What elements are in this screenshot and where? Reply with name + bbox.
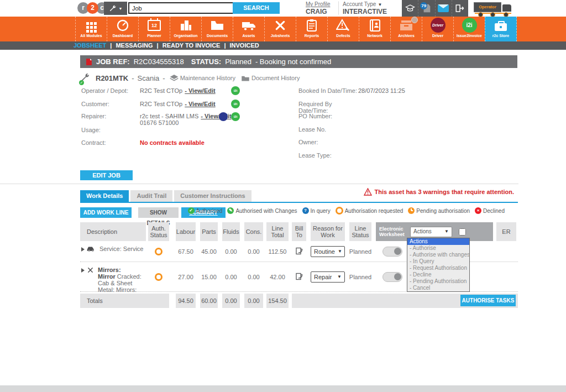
col-description: Description <box>80 222 146 241</box>
tab-customer-instructions[interactable]: Customer Instructions <box>174 190 251 202</box>
i2i-icon[interactable]: i2i <box>231 112 240 121</box>
reason-for-work-select[interactable]: Routine▼ <box>311 246 345 257</box>
field-required-by: Required By Date/Time: <box>298 101 358 114</box>
field-usage: Usage: <box>81 127 140 133</box>
r2c-logo[interactable]: r 2 c <box>77 2 106 14</box>
add-work-line-button[interactable]: ADD WORK LINE <box>80 207 132 218</box>
account-type-link[interactable]: Account Type▼ <box>343 1 382 7</box>
module-nav: All Modules Dashboard 12 Planner Organis… <box>0 17 566 41</box>
field-lease-type: Lease Type: <box>298 152 358 159</box>
bill-to-icon[interactable] <box>295 247 303 255</box>
edit-job-button[interactable]: EDIT JOB <box>80 170 133 180</box>
menu-item-authorise[interactable]: - Authorise <box>407 245 469 252</box>
r2c-jobsheet-page: r 2 c ▼ SEARCH My Profile CRAIG Account … <box>0 0 566 392</box>
nav-assets[interactable]: Assets <box>233 17 264 41</box>
field-booked-in: Booked In Date/Time: 28/07/2023 11:25 <box>298 87 405 94</box>
pending-authorisation-icon <box>408 207 415 214</box>
tab-jobsheet[interactable]: JOBSHEET <box>74 42 106 49</box>
tab-messaging[interactable]: MESSAGING <box>116 42 153 49</box>
my-profile-link[interactable]: My Profile <box>306 1 330 7</box>
tab-work-details[interactable]: Work Details <box>80 190 129 202</box>
nav-all-modules[interactable]: All Modules <box>75 17 107 41</box>
totals-row: Totals 94.50 60.00 0.00 0.00 154.50 AUTH… <box>80 294 518 308</box>
operator-truck-icon[interactable]: Operator <box>474 1 513 15</box>
import-icon[interactable] <box>219 112 228 121</box>
asset-warning[interactable]: This asset has 3 warnings that require a… <box>364 188 514 196</box>
actions-select[interactable]: Actions ▼ <box>410 227 452 237</box>
logout-icon[interactable] <box>452 0 468 17</box>
planner-icon: 12 <box>148 20 161 31</box>
totals-label: Totals <box>80 294 169 308</box>
nav-planner[interactable]: 12 Planner <box>138 17 170 41</box>
expand-row-icon[interactable] <box>81 268 85 273</box>
nav-reports[interactable]: Reports <box>296 17 327 41</box>
nav-archives[interactable]: Archives <box>390 17 422 41</box>
nav-driver[interactable]: Driver Driver <box>422 17 453 41</box>
nav-jobsheets[interactable]: Jobsheets <box>264 17 296 41</box>
cons-value: 0.00 <box>244 262 263 291</box>
menu-item-actions[interactable]: Actions <box>407 238 469 245</box>
divider <box>338 2 339 14</box>
parts-value: 45.00 <box>200 241 218 262</box>
select-all-checkbox[interactable] <box>459 228 466 236</box>
view-edit-link[interactable]: - View/Edit <box>185 87 215 94</box>
i2i-icon[interactable]: i2i <box>231 86 240 95</box>
nav-organisation[interactable]: Organisation <box>170 17 201 41</box>
messages-icon[interactable] <box>435 0 452 17</box>
reports-icon <box>306 19 318 32</box>
i2i-icon[interactable]: i2i <box>231 100 240 108</box>
nav-issue2invoice[interactable]: i2i Issue2Invoice <box>453 17 485 41</box>
nav-dashboard[interactable]: Dashboard <box>107 17 138 41</box>
job-ref-bar: JOB REF: R2C034555318 STATUS: Planned - … <box>80 55 517 68</box>
field-po-number: PO Number: <box>298 113 358 119</box>
network-icon <box>369 19 381 32</box>
dashboard-icon <box>116 19 129 32</box>
col-cons: Cons. <box>244 222 263 241</box>
logo-letter: 2 <box>87 2 98 14</box>
menu-item-in-query[interactable]: - In Query <box>407 258 469 265</box>
profile-name: CRAIG <box>306 8 330 15</box>
totals-actions-area: AUTHORISE TASKS <box>292 294 518 308</box>
col-er: ER <box>496 222 516 241</box>
menu-item-request-authorisation[interactable]: - Request Authorisation <box>407 265 469 271</box>
menu-item-pending-authorisation[interactable]: - Pending Authorisation <box>407 278 469 285</box>
authorise-tasks-button[interactable]: AUTHORISE TASKS <box>460 295 516 306</box>
no-contracts-warning: No contracts available <box>140 139 205 146</box>
show-details-button[interactable]: SHOW DETAILS <box>138 207 179 218</box>
training-icon[interactable] <box>402 0 418 17</box>
menu-item-authorise-with-changes[interactable]: - Authorise with changes <box>407 252 469 258</box>
tab-ready-to-invoice[interactable]: READY TO INVOICE <box>163 42 221 49</box>
view-edit-link[interactable]: - View/Edit <box>185 101 215 107</box>
col-auth-status: Auth. Status <box>148 222 169 241</box>
electronic-worksheet-toggle[interactable] <box>382 272 402 282</box>
bill-to-icon[interactable] <box>295 273 303 281</box>
jobsheet-sub-nav: JOBSHEET|MESSAGING|READY TO INVOICE|INVO… <box>0 41 566 50</box>
maintenance-history-link[interactable]: Maintenance History <box>180 75 235 81</box>
vehicle-header: ✓ R201MTK - Scania - Maintenance History… <box>80 72 305 83</box>
nav-network[interactable]: Network <box>359 17 390 41</box>
assets-icon <box>242 19 256 32</box>
nav-documents[interactable]: Documents <box>201 17 233 41</box>
divider <box>0 184 518 184</box>
search-input[interactable] <box>128 2 235 14</box>
totals-line-total: 154.50 <box>266 294 289 308</box>
line-status-value: Planned <box>349 262 371 291</box>
nav-defects[interactable]: Defects <box>327 17 359 41</box>
search-type-button[interactable]: ▼ <box>104 2 127 15</box>
chevron-down-icon: ▼ <box>119 7 123 11</box>
electronic-worksheet-toggle[interactable] <box>382 247 402 257</box>
pdf-icon[interactable] <box>86 58 92 66</box>
nav-r2c-store[interactable]: r2c Store <box>485 17 517 41</box>
tab-audit-trail[interactable]: Audit Trail <box>130 190 172 202</box>
reason-for-work-select[interactable]: Repair▼ <box>311 271 345 283</box>
tab-invoiced[interactable]: INVOICED <box>230 42 259 49</box>
document-history-link[interactable]: Document History <box>251 75 300 81</box>
authorisation-requested-icon <box>336 207 343 215</box>
expand-row-icon[interactable] <box>81 247 85 252</box>
document-history-icon <box>241 75 250 82</box>
menu-item-cancel[interactable]: - Cancel <box>407 285 469 291</box>
menu-item-decline[interactable]: - Decline <box>407 271 469 278</box>
bodywork-tools-icon <box>87 266 96 274</box>
search-button[interactable]: SEARCH <box>233 2 280 14</box>
notifications-icon[interactable]: 79 <box>418 0 434 17</box>
